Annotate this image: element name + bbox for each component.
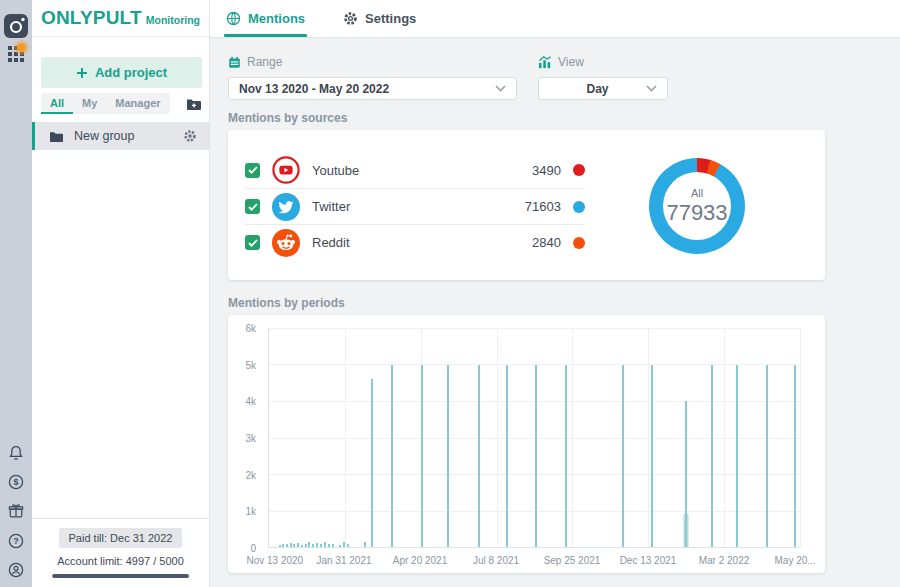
source-label: Youtube (312, 163, 520, 178)
tab-all[interactable]: All (41, 93, 73, 114)
y-tick-label: 4k (245, 396, 256, 407)
tab-manager[interactable]: Manager (106, 93, 169, 114)
add-project-label: Add project (95, 65, 167, 80)
view-select[interactable]: Day (538, 77, 668, 100)
periods-heading: Mentions by periods (228, 296, 345, 310)
x-tick-label: Nov 13 2020 (246, 555, 303, 566)
chart-bar (535, 365, 537, 548)
tab-mentions-label: Mentions (248, 11, 305, 26)
twitter-checkbox[interactable] (245, 199, 260, 214)
v-gridline (724, 328, 725, 547)
gift-icon (8, 503, 24, 519)
globe-icon (226, 11, 241, 26)
source-row-reddit[interactable]: Reddit 2840 (245, 224, 585, 260)
chart-bar (794, 365, 796, 548)
sources-card: Youtube 3490 Twitter 71603 (228, 130, 825, 280)
gifts-button[interactable] (0, 503, 32, 519)
check-icon (248, 166, 258, 174)
chart-bar (736, 365, 738, 548)
chart-bar (347, 544, 349, 547)
source-color-dot (573, 201, 585, 213)
source-color-dot (573, 164, 585, 176)
account-button[interactable] (0, 562, 32, 578)
y-tick-label: 1k (245, 506, 256, 517)
tab-settings-label: Settings (365, 11, 416, 26)
sources-donut-chart: All 77933 (649, 158, 745, 254)
y-tick-label: 3k (245, 433, 256, 444)
notifications-button[interactable] (0, 445, 32, 461)
chart-bar (305, 544, 307, 547)
chart-bar (282, 544, 284, 547)
donut-center: All 77933 (663, 172, 731, 240)
brand-name: ONLYPULT (41, 7, 142, 29)
folder-icon (49, 130, 64, 143)
bell-icon (8, 445, 24, 461)
add-group-button[interactable] (186, 97, 202, 111)
chart-bar (766, 365, 768, 548)
project-filter-tabs: All My Manager (41, 93, 202, 114)
settings-gear-icon (343, 11, 358, 26)
instagram-app-icon[interactable] (0, 13, 32, 39)
topbar: Mentions Settings (210, 0, 900, 38)
source-row-youtube[interactable]: Youtube 3490 (245, 152, 585, 188)
periods-x-axis: Nov 13 2020Jan 31 2021Apr 20 2021Jul 8 2… (268, 555, 800, 569)
chart-bar (651, 365, 653, 548)
tab-mentions[interactable]: Mentions (226, 0, 305, 37)
add-project-button[interactable]: Add project (41, 57, 202, 88)
h-gridline (269, 328, 800, 329)
chart-bar (328, 544, 330, 547)
source-value: 2840 (532, 235, 561, 250)
chart-bar (297, 543, 299, 547)
x-tick-label: Sep 25 2021 (544, 555, 601, 566)
sidebar: ONLYPULT Monitoring Add project All My M… (32, 0, 210, 587)
chart-bar (308, 542, 310, 547)
svg-text:$: $ (13, 477, 18, 487)
chart-bar (320, 544, 322, 547)
apps-grid-button[interactable] (0, 46, 32, 62)
x-tick-label: Mar 2 2022 (699, 555, 750, 566)
source-label: Twitter (312, 199, 513, 214)
svg-text:?: ? (13, 536, 19, 546)
periods-plot[interactable] (268, 328, 800, 548)
reddit-checkbox[interactable] (245, 235, 260, 250)
help-circle-icon: ? (8, 533, 24, 549)
brand-suffix: Monitoring (146, 14, 200, 26)
youtube-checkbox[interactable] (245, 163, 260, 178)
brand-logo: ONLYPULT Monitoring (32, 0, 209, 37)
chart-bar (364, 542, 366, 547)
chevron-down-icon (646, 85, 657, 92)
chart-bar (290, 543, 292, 547)
source-value: 71603 (525, 199, 561, 214)
content-area: Range View Nov 13 2020 - May 20 2022 Day (210, 38, 900, 587)
tab-my[interactable]: My (73, 93, 106, 114)
chart-bar (447, 365, 449, 548)
user-circle-icon (8, 562, 24, 578)
account-limit-progress-fill (52, 574, 190, 578)
chart-bar (506, 365, 508, 548)
source-color-dot (573, 237, 585, 249)
sources-heading: Mentions by sources (228, 111, 347, 125)
tab-settings[interactable]: Settings (343, 0, 416, 37)
y-tick-label: 0 (250, 543, 256, 554)
main-panel: Mentions Settings Range (210, 0, 900, 587)
source-row-twitter[interactable]: Twitter 71603 (245, 188, 585, 224)
instagram-icon (3, 13, 29, 39)
range-select[interactable]: Nov 13 2020 - May 20 2022 (228, 77, 517, 100)
app-window: $ ? ONLYPULT (0, 0, 900, 587)
view-select-value: Day (549, 82, 646, 96)
group-settings-gear-icon[interactable] (183, 129, 197, 143)
v-gridline (345, 328, 346, 547)
help-button[interactable]: ? (0, 533, 32, 549)
y-tick-label: 2k (245, 469, 256, 480)
chart-bar (293, 544, 295, 547)
chart-bar (478, 365, 480, 548)
sidebar-item-new-group[interactable]: New group (32, 122, 209, 150)
plus-icon (76, 67, 88, 79)
icon-rail: $ ? (0, 0, 32, 587)
y-tick-label: 6k (245, 323, 256, 334)
reddit-icon (272, 229, 300, 257)
billing-button[interactable]: $ (0, 474, 32, 490)
chart-view-icon (538, 56, 552, 69)
donut-total-value: 77933 (666, 200, 727, 226)
chart-bar (391, 365, 393, 548)
